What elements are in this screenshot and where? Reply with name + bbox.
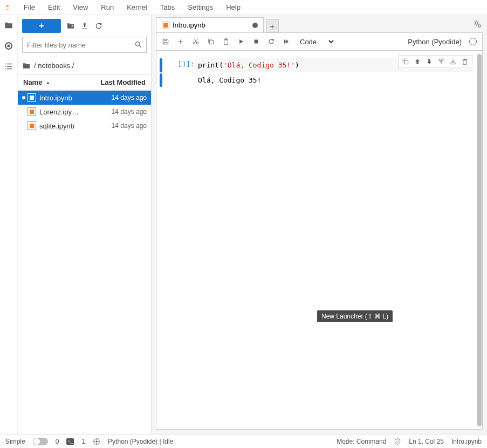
svg-point-4 <box>476 22 478 25</box>
file-list: Intro.ipynb 14 days ago Lorenz.ipy… 14 d… <box>18 91 151 434</box>
notebook-toolbar: Code Python (Pyodide) <box>156 32 483 51</box>
insert-below-icon[interactable] <box>449 58 457 65</box>
new-folder-icon[interactable] <box>66 22 75 30</box>
move-up-icon[interactable] <box>414 58 421 65</box>
restart-icon[interactable] <box>267 38 275 45</box>
add-tab-button[interactable]: + <box>266 19 279 32</box>
new-launcher-button[interactable]: + <box>22 19 61 33</box>
editor-mode[interactable]: Mode: Command <box>337 438 386 445</box>
simple-mode-label: Simple <box>5 438 25 445</box>
menubar: File Edit View Run Kernel Tabs Settings … <box>0 0 487 15</box>
delete-icon[interactable] <box>461 58 469 65</box>
settings-icon[interactable] <box>473 19 483 29</box>
code-token: 'Olá, Codigo 35!' <box>223 61 295 69</box>
tab-bar: Intro.ipynb + <box>152 15 487 32</box>
duplicate-icon[interactable] <box>402 58 409 65</box>
breadcrumb[interactable]: / notebooks / <box>18 57 151 74</box>
svg-point-14 <box>95 440 98 443</box>
svg-point-5 <box>478 25 481 28</box>
jupyter-logo <box>3 3 12 12</box>
trust-icon[interactable] <box>394 438 401 445</box>
stop-icon[interactable] <box>252 38 260 45</box>
move-down-icon[interactable] <box>426 58 433 65</box>
notebook-icon <box>28 93 36 102</box>
refresh-icon[interactable] <box>94 22 103 30</box>
file-row[interactable]: Lorenz.ipy… 14 days ago <box>18 105 151 119</box>
search-icon <box>134 40 142 49</box>
kernel-indicator[interactable] <box>469 38 477 45</box>
cut-icon[interactable] <box>192 38 200 45</box>
file-filter <box>22 37 147 53</box>
lsp-icon[interactable] <box>93 438 100 445</box>
code-token: ) <box>295 61 299 69</box>
running-icon[interactable] <box>4 41 13 51</box>
svg-rect-2 <box>8 45 10 47</box>
tab-intro[interactable]: Intro.ipynb <box>156 17 264 32</box>
output-cell: . Olá, Codigo 35! <box>160 73 472 87</box>
dirty-indicator <box>22 96 25 99</box>
open-tabs-count[interactable]: 0 <box>56 438 59 445</box>
cell-input[interactable]: print('Olá, Codigo 35!') <box>195 58 472 72</box>
kernel-status[interactable]: Python (Pyodide) | Idle <box>108 438 173 445</box>
cursor-position[interactable]: Ln 1, Col 25 <box>409 438 444 445</box>
svg-rect-11 <box>255 40 258 44</box>
menu-settings[interactable]: Settings <box>184 2 216 12</box>
menu-help[interactable]: Help <box>223 2 244 12</box>
sidebar-toolbar: + <box>18 15 151 37</box>
toc-icon[interactable] <box>4 62 13 71</box>
col-modified[interactable]: Last Modified <box>100 78 146 86</box>
svg-point-3 <box>136 42 140 46</box>
tab-title: Intro.ipynb <box>173 21 249 29</box>
breadcrumb-path: / notebooks / <box>34 62 74 70</box>
restart-run-all-icon[interactable] <box>283 38 290 45</box>
code-token: print <box>198 61 219 69</box>
active-file[interactable]: Intro.ipynb <box>451 438 482 445</box>
terminal-icon[interactable]: >_ <box>66 438 74 445</box>
dirty-indicator <box>252 23 258 28</box>
copy-icon[interactable] <box>207 38 215 45</box>
filter-input[interactable] <box>22 37 147 53</box>
svg-rect-12 <box>404 60 408 64</box>
sort-caret-icon: ▲ <box>45 80 50 85</box>
menu-edit[interactable]: Edit <box>45 2 63 12</box>
terminals-count[interactable]: 1 <box>81 438 85 445</box>
work-area: Intro.ipynb + Code Python (Pyodide) [1 <box>152 15 487 434</box>
cell-actions <box>398 55 472 68</box>
cell-prompt: [1]: <box>168 58 195 68</box>
menu-tabs[interactable]: Tabs <box>157 2 178 12</box>
simple-mode-toggle[interactable] <box>33 438 48 445</box>
file-row[interactable]: Intro.ipynb 14 days ago <box>18 91 151 105</box>
file-name: Lorenz.ipy… <box>39 108 112 116</box>
notebook-icon <box>28 121 36 130</box>
file-list-header: Name ▲ Last Modified <box>18 74 151 91</box>
kernel-name[interactable]: Python (Pyodide) <box>408 38 462 46</box>
file-name: sqlite.ipynb <box>39 122 112 130</box>
notebook-panel[interactable]: [1]: print('Olá, Codigo 35!') . O <box>156 51 483 430</box>
insert-above-icon[interactable] <box>437 58 445 65</box>
svg-rect-8 <box>210 40 214 44</box>
folder-icon <box>22 62 31 70</box>
save-icon[interactable] <box>162 38 169 45</box>
cell-type-select[interactable]: Code <box>298 37 335 46</box>
col-name[interactable]: Name ▲ <box>23 78 100 86</box>
file-row[interactable]: sqlite.ipynb 14 days ago <box>18 119 151 133</box>
tooltip: New Launcher (⇧ ⌘ L) <box>317 310 393 322</box>
run-icon[interactable] <box>237 38 245 45</box>
upload-icon[interactable] <box>80 22 89 30</box>
menu-run[interactable]: Run <box>98 2 117 12</box>
menu-kernel[interactable]: Kernel <box>124 2 150 12</box>
file-browser: + / notebooks / Name ▲ Last Modified Int… <box>18 15 152 434</box>
notebook-icon <box>162 22 169 29</box>
menu-view[interactable]: View <box>70 2 91 12</box>
scrollbar-vertical[interactable] <box>477 54 482 426</box>
code-cell[interactable]: [1]: print('Olá, Codigo 35!') <box>160 58 472 72</box>
cell-select-bar <box>160 73 162 87</box>
file-modified: 14 days ago <box>112 122 147 130</box>
folder-icon[interactable] <box>4 21 13 30</box>
add-cell-icon[interactable] <box>177 38 184 45</box>
menu-file[interactable]: File <box>20 2 38 12</box>
paste-icon[interactable] <box>222 38 230 45</box>
file-modified: 14 days ago <box>112 94 147 101</box>
file-modified: 14 days ago <box>112 108 147 116</box>
code-token: ( <box>219 61 223 69</box>
